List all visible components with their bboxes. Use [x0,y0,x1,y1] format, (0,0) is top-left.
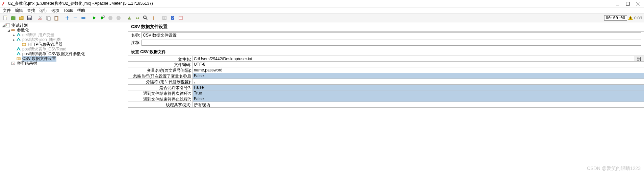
comment-label: 注释: [131,40,140,46]
svg-text:?: ? [172,16,174,20]
config-label: 忽略首行(只在设置了变量名称后才生效): [128,73,192,79]
section-title: 设置 CSV 数据文件 [128,48,644,56]
thread-count: 0 0/1 [635,16,643,20]
svg-point-11 [38,19,40,20]
comment-input[interactable] [141,40,641,46]
config-value[interactable]: , [192,79,644,84]
toggle-icon[interactable]: ◢ [7,28,10,32]
minimize-button[interactable] [616,2,620,6]
svg-rect-19 [55,17,57,20]
close-button[interactable] [636,2,640,6]
toggle-log-button[interactable] [177,14,184,22]
svg-rect-45 [22,43,26,46]
collapse-button[interactable] [72,14,79,22]
tree-results[interactable]: 察看结果树 [0,61,128,66]
titlebar: 02_参数化.jmx (E:\Jmeter脚本\02_参数化.jmx) - Ap… [0,0,644,7]
toggle-button[interactable] [80,14,87,22]
menu-run[interactable]: 运行 [38,8,49,14]
copy-button[interactable] [45,14,52,22]
toggle-icon[interactable]: ◢ [1,24,5,27]
config-value[interactable]: True [192,90,644,96]
config-label: 遇到文件结束符再次循环?: [128,90,192,96]
warning-icon: ! [628,15,633,21]
menu-tools[interactable]: Tools [62,8,74,13]
testplan-icon [5,23,10,28]
svg-point-53 [14,63,14,64]
config-label: 线程共享模式: [128,102,192,107]
toggle-icon[interactable]: ▸ [12,38,16,42]
svg-rect-10 [28,18,30,20]
new-button[interactable] [1,14,9,22]
menu-file[interactable]: 文件 [1,8,12,14]
svg-point-41 [6,24,7,25]
maximize-button[interactable] [626,2,630,6]
main-area: ◢ 测试计划 ◢ 参数化 ▸ get请求_用户变量 ▸ post请求-json_… [0,22,644,172]
config-row: 分隔符 (用'\t'代替制表符):, [128,79,644,85]
cut-button[interactable] [36,14,44,22]
elapsed-time: 00:00:00 [604,15,627,21]
expand-button[interactable] [63,14,71,22]
panel-title: CSV 数据文件设置 [128,22,644,31]
templates-button[interactable] [9,14,17,22]
tree-group[interactable]: ◢ 参数化 [0,28,128,33]
config-label: 文件名: [128,56,192,61]
config-row: 忽略首行(只在设置了变量名称后才生效):False [128,73,644,79]
svg-rect-48 [17,58,20,60]
tree-item[interactable]: post请求表单_CSV数据文件参数化 [0,51,128,56]
svg-rect-5 [5,16,7,17]
menu-help[interactable]: 帮助 [76,8,86,14]
name-input[interactable] [141,32,641,38]
config-value[interactable]: False [192,73,644,79]
svg-rect-7 [12,16,14,17]
tree-item[interactable]: ▸ get请求_用户变量 [0,33,128,37]
function-helper-button[interactable] [161,14,168,22]
menu-options[interactable]: 选项 [50,8,61,14]
config-value[interactable]: False [192,96,644,102]
listener-icon [10,61,16,66]
config-row: 遇到文件结束符再次循环?:True [128,90,644,96]
svg-point-44 [13,29,15,31]
config-value[interactable]: UTF-8 [192,62,644,67]
svg-rect-23 [82,17,85,19]
stop-button[interactable] [107,14,114,22]
save-button[interactable] [26,14,33,22]
toggle-icon[interactable]: ▸ [12,33,16,37]
svg-point-25 [108,16,112,20]
paste-button[interactable] [53,14,60,22]
menubar: 文件 编辑 查找 运行 选项 Tools 帮助 [0,7,644,14]
config-row: 文件编码:UTF-8 [128,62,644,67]
sampler-icon [16,47,21,51]
threadgroup-icon [10,28,16,33]
config-label: 分隔符 (用'\t'代替制表符): [128,79,192,84]
tree-item[interactable]: ▸ post请求-json_随机数 [0,37,128,42]
config-row: 变量名称(西文逗号间隔):name,password [128,67,644,73]
shutdown-button[interactable] [115,14,122,22]
svg-rect-51 [11,62,15,65]
config-label: 变量名称(西文逗号间隔): [128,67,192,73]
config-value[interactable]: name,password [192,67,644,73]
clear-button[interactable] [126,14,133,22]
clear-all-button[interactable] [134,14,141,22]
start-button[interactable] [91,14,98,22]
svg-point-42 [6,25,7,26]
config-value[interactable]: 所有现场 [192,102,644,107]
window-title: 02_参数化.jmx (E:\Jmeter脚本\02_参数化.jmx) - Ap… [8,1,616,6]
browse-button[interactable]: 浏览.. [634,56,644,61]
svg-rect-18 [55,16,57,17]
search-button[interactable] [142,14,149,22]
tree-panel[interactable]: ◢ 测试计划 ◢ 参数化 ▸ get请求_用户变量 ▸ post请求-json_… [0,22,128,172]
help-button[interactable]: ? [169,14,176,22]
start-no-timers-button[interactable] [99,14,106,22]
config-value[interactable]: False [192,85,644,90]
svg-rect-40 [6,24,10,27]
svg-point-24 [103,16,105,18]
reset-search-button[interactable] [150,14,157,22]
config-label: 文件编码: [128,62,192,67]
open-button[interactable] [18,14,25,22]
menu-search[interactable]: 查找 [26,8,36,14]
name-label: 名称: [131,33,140,38]
config-row: 遇到文件结束符停止线程?:False [128,96,644,102]
svg-rect-32 [163,16,166,20]
config-value[interactable]: C:/Users/29442/Desktop/user.txt [192,56,634,61]
menu-edit[interactable]: 编辑 [14,8,24,14]
